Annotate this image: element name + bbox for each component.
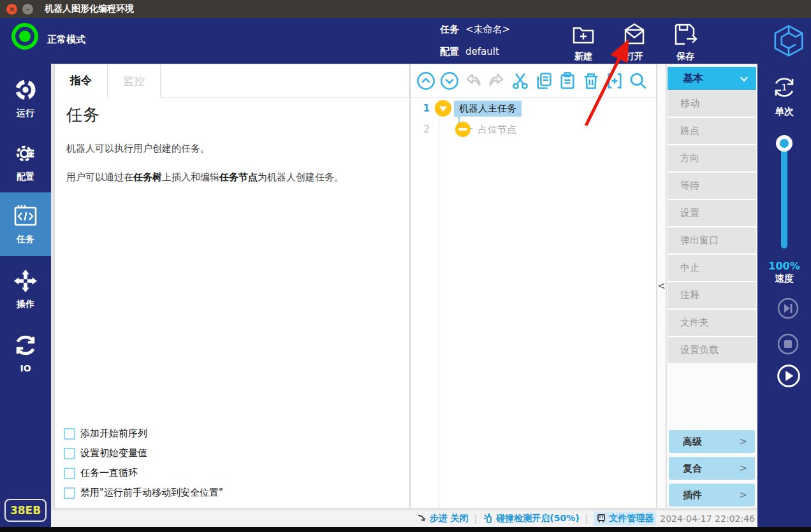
brand-logo-icon xyxy=(770,22,807,60)
palette-item-folder[interactable]: 文件夹 xyxy=(668,310,756,337)
doc-paragraph-2: 用户可以通过在任务树上插入和编辑任务节点为机器人创建任务。 xyxy=(66,171,400,183)
sidebar-item-label: 配置 xyxy=(17,171,34,183)
palette-item-payload[interactable]: 设置负载 xyxy=(668,337,756,364)
stop-button[interactable] xyxy=(776,332,800,356)
separator: | xyxy=(585,514,588,524)
chevron-down-icon xyxy=(740,73,749,85)
palette-item-direction[interactable]: 方向 xyxy=(668,145,756,173)
mode-indicator-icon xyxy=(11,23,38,50)
step-next-button[interactable] xyxy=(776,296,800,320)
copy-icon[interactable] xyxy=(534,71,553,90)
sidebar: 运行 配置 任务 xyxy=(0,64,51,527)
task-label: 任务 xyxy=(440,24,459,35)
status-bar: 步进 关闭 | 碰撞检测开启(50%) | 文件管理器 2024-04-17 2… xyxy=(51,510,757,527)
checkbox-disable-safe-move[interactable]: 禁用"运行前手动移动到安全位置" xyxy=(64,487,223,499)
task-code-icon xyxy=(13,204,38,231)
redo-icon[interactable] xyxy=(487,71,506,90)
checkbox-icon[interactable] xyxy=(64,448,75,459)
checkbox-pre-sequence[interactable]: 添加开始前序列 xyxy=(64,428,223,440)
palette-groups: 高级> 复合> 插件> xyxy=(669,426,755,507)
gear-icon xyxy=(13,141,38,168)
task-value: <未命名> xyxy=(465,24,510,35)
speed-slider[interactable] xyxy=(781,143,787,248)
tab-monitor[interactable]: 监控 xyxy=(108,64,161,97)
palette-group-advanced[interactable]: 高级> xyxy=(669,430,755,453)
palette-header-label: 基本 xyxy=(683,72,703,85)
tab-instruction[interactable]: 指令 xyxy=(55,64,108,97)
tree-row-main-task[interactable]: 1 机器人主任务 xyxy=(411,98,522,119)
open-file-icon xyxy=(622,22,647,50)
checkbox-loop-forever[interactable]: 任务一直循环 xyxy=(64,467,223,479)
usb-drive-icon xyxy=(596,514,606,524)
minimize-icon[interactable]: – xyxy=(22,4,33,15)
tab-bar: 指令 监控 xyxy=(55,64,409,97)
open-button[interactable]: 打开 xyxy=(614,22,655,61)
palette-item-comment[interactable]: 注释 xyxy=(668,282,756,310)
node-placeholder-icon[interactable] xyxy=(455,122,471,137)
sidebar-item-label: 运行 xyxy=(17,108,34,119)
header: 正常模式 任务<未命名> 配置default 新建 xyxy=(0,18,811,64)
palette-item-waypoint[interactable]: 路点 xyxy=(668,118,756,145)
run-once-label: 单次 xyxy=(757,106,811,118)
palette-group-composite[interactable]: 复合> xyxy=(669,457,755,480)
status-badge: 38EB xyxy=(4,499,47,522)
checkbox-icon[interactable] xyxy=(64,487,75,499)
palette-item-set[interactable]: 设置 xyxy=(668,200,756,227)
tree-node-label[interactable]: 占位节点 xyxy=(473,122,522,138)
save-button[interactable]: 保存 xyxy=(665,22,706,61)
sidebar-item-config[interactable]: 配置 xyxy=(0,133,51,191)
doc-paragraph-1: 机器人可以执行用户创建的任务。 xyxy=(66,143,400,155)
palette-item-move[interactable]: 移动 xyxy=(668,90,756,118)
step-mode-status[interactable]: 步进 关闭 xyxy=(417,513,469,524)
delete-icon[interactable] xyxy=(581,71,601,90)
sidebar-item-task[interactable]: 任务 xyxy=(0,192,51,256)
tree-toolbar xyxy=(411,64,656,97)
search-icon[interactable] xyxy=(629,71,648,90)
collision-icon xyxy=(483,514,493,524)
tree-node-label[interactable]: 机器人主任务 xyxy=(454,101,522,117)
checkbox-init-variables[interactable]: 设置初始变量值 xyxy=(64,447,223,459)
palette-item-popup[interactable]: 弹出窗口 xyxy=(668,227,756,255)
file-manager-button[interactable]: 文件管理器 xyxy=(594,512,656,526)
new-button[interactable]: 新建 xyxy=(563,22,604,61)
task-name-row: 任务<未命名> xyxy=(440,24,510,36)
palette-group-plugin[interactable]: 插件> xyxy=(669,484,755,507)
speed-slider-handle[interactable] xyxy=(776,135,793,152)
sidebar-item-run[interactable]: 运行 xyxy=(0,69,51,127)
checkbox-icon[interactable] xyxy=(64,468,75,479)
loop-count: 1 xyxy=(782,82,787,92)
tree-row-placeholder[interactable]: 2 占位节点 xyxy=(411,119,522,140)
separator: | xyxy=(474,514,478,524)
doc-content: 任务 机器人可以执行用户创建的任务。 用户可以通过在任务树上插入和编辑任务节点为… xyxy=(66,104,400,200)
loop-once-icon: 1 xyxy=(770,92,798,104)
move-up-icon[interactable] xyxy=(416,71,435,90)
undo-icon[interactable] xyxy=(464,71,483,90)
checkbox-label: 任务一直循环 xyxy=(80,467,138,479)
paste-icon[interactable] xyxy=(558,71,577,90)
page-title: 任务 xyxy=(66,104,400,126)
open-button-label: 打开 xyxy=(625,51,643,62)
config-value: default xyxy=(465,46,499,57)
palette-item-wait[interactable]: 等待 xyxy=(668,173,756,200)
checkbox-label: 添加开始前序列 xyxy=(80,428,147,440)
node-expand-icon[interactable] xyxy=(435,100,451,117)
insert-node-icon[interactable] xyxy=(605,71,624,90)
collision-detect-status[interactable]: 碰撞检测开启(50%) xyxy=(483,513,579,524)
window-title: 机器人图形化编程环境 xyxy=(45,3,134,15)
bottom-strip xyxy=(0,527,811,532)
close-icon[interactable]: × xyxy=(6,4,17,15)
instruction-panel: 指令 监控 任务 机器人可以执行用户创建的任务。 用户可以通过在任务树上插入和编… xyxy=(54,64,410,508)
panel-collapse-handle[interactable]: < xyxy=(657,64,666,508)
cut-icon[interactable] xyxy=(511,71,530,90)
chevron-left-icon[interactable]: < xyxy=(657,280,666,292)
palette-group-basic[interactable]: 基本 xyxy=(668,67,756,90)
step-arrow-icon xyxy=(417,514,427,524)
move-down-icon[interactable] xyxy=(440,71,459,90)
checkbox-icon[interactable] xyxy=(64,428,75,440)
play-button[interactable] xyxy=(776,363,800,387)
run-once-toggle[interactable]: 1 单次 xyxy=(757,73,811,118)
palette-item-abort[interactable]: 中止 xyxy=(668,255,756,282)
sidebar-item-operate[interactable]: 操作 xyxy=(0,260,51,319)
sidebar-item-label: IO xyxy=(20,363,31,373)
sidebar-item-io[interactable]: IO xyxy=(0,324,51,382)
